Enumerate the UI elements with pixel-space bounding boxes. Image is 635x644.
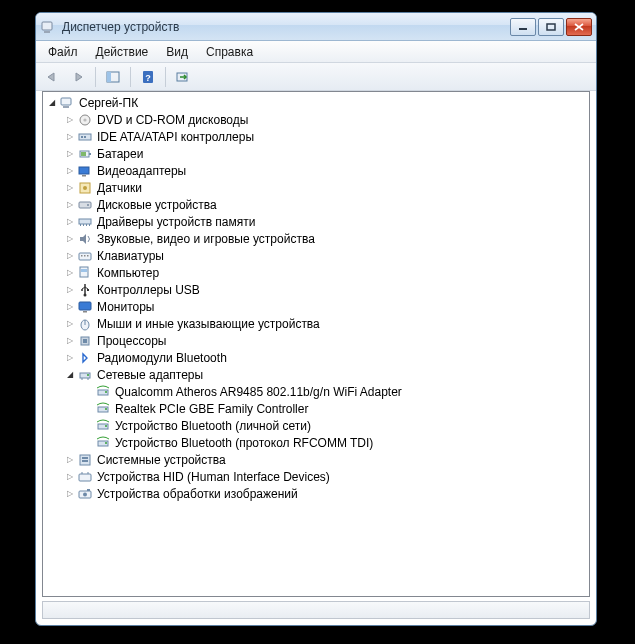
system-icon bbox=[77, 452, 93, 468]
tree-node-label: Сергей-ПК bbox=[78, 96, 138, 110]
expand-icon[interactable]: ▷ bbox=[63, 251, 77, 260]
tree-node-label: Realtek PCIe GBE Family Controller bbox=[114, 402, 308, 416]
svg-rect-1 bbox=[44, 31, 50, 33]
close-button[interactable] bbox=[566, 18, 592, 36]
scan-hardware-button[interactable] bbox=[171, 66, 195, 88]
tree-node-label: Устройство Bluetooth (личной сети) bbox=[114, 419, 311, 433]
svg-rect-27 bbox=[83, 224, 84, 226]
tree-node-label: Устройство Bluetooth (протокол RFCOMM TD… bbox=[114, 436, 373, 450]
tree-category-10[interactable]: ▷Контроллеры USB bbox=[45, 281, 589, 298]
sensor-icon bbox=[77, 180, 93, 196]
tree-category-17[interactable]: ▷Устройства HID (Human Interface Devices… bbox=[45, 468, 589, 485]
tree-device-15-1[interactable]: Realtek PCIe GBE Family Controller bbox=[45, 400, 589, 417]
collapse-icon[interactable]: ◢ bbox=[45, 98, 59, 107]
tree-node-label: Драйверы устройств памяти bbox=[96, 215, 255, 229]
svg-rect-28 bbox=[86, 224, 87, 226]
svg-rect-2 bbox=[519, 28, 527, 30]
tree-category-6[interactable]: ▷Драйверы устройств памяти bbox=[45, 213, 589, 230]
hid-icon bbox=[77, 469, 93, 485]
svg-rect-5 bbox=[107, 72, 111, 82]
net-device-icon bbox=[95, 418, 111, 434]
tree-category-1[interactable]: ▷IDE ATA/ATAPI контроллеры bbox=[45, 128, 589, 145]
tree-category-13[interactable]: ▷Процессоры bbox=[45, 332, 589, 349]
svg-point-49 bbox=[105, 408, 107, 410]
menu-view[interactable]: Вид bbox=[158, 43, 196, 61]
expand-icon[interactable]: ▷ bbox=[63, 166, 77, 175]
tree-category-16[interactable]: ▷Системные устройства bbox=[45, 451, 589, 468]
tree-category-2[interactable]: ▷Батареи bbox=[45, 145, 589, 162]
tree-device-15-2[interactable]: Устройство Bluetooth (личной сети) bbox=[45, 417, 589, 434]
svg-rect-40 bbox=[83, 311, 87, 313]
expand-icon[interactable]: ▷ bbox=[63, 319, 77, 328]
tree-category-4[interactable]: ▷Датчики bbox=[45, 179, 589, 196]
titlebar[interactable]: Диспетчер устройств bbox=[36, 13, 596, 41]
tree-category-15[interactable]: ◢Сетевые адаптеры bbox=[45, 366, 589, 383]
tree-category-18[interactable]: ▷Устройства обработки изображений bbox=[45, 485, 589, 502]
tree-category-3[interactable]: ▷Видеоадаптеры bbox=[45, 162, 589, 179]
computer-icon bbox=[59, 95, 75, 111]
expand-icon[interactable]: ▷ bbox=[63, 234, 77, 243]
tree-category-5[interactable]: ▷Дисковые устройства bbox=[45, 196, 589, 213]
expand-icon[interactable]: ▷ bbox=[63, 455, 77, 464]
svg-rect-18 bbox=[81, 152, 86, 156]
device-manager-window: Диспетчер устройств Файл Действие Вид Сп… bbox=[35, 12, 597, 626]
tree-category-9[interactable]: ▷Компьютер bbox=[45, 264, 589, 281]
tree-category-12[interactable]: ▷Мыши и иные указывающие устройства bbox=[45, 315, 589, 332]
svg-rect-20 bbox=[82, 175, 86, 177]
tree-category-7[interactable]: ▷Звуковые, видео и игровые устройства bbox=[45, 230, 589, 247]
tree-category-14[interactable]: ▷Радиомодули Bluetooth bbox=[45, 349, 589, 366]
tree-category-0[interactable]: ▷DVD и CD-ROM дисководы bbox=[45, 111, 589, 128]
tree-node-label: Радиомодули Bluetooth bbox=[96, 351, 227, 365]
tree-device-15-3[interactable]: Устройство Bluetooth (протокол RFCOMM TD… bbox=[45, 434, 589, 451]
svg-rect-35 bbox=[81, 269, 87, 272]
device-tree[interactable]: ◢Сергей-ПК▷DVD и CD-ROM дисководы▷IDE AT… bbox=[42, 91, 590, 597]
menubar: Файл Действие Вид Справка bbox=[36, 41, 596, 63]
back-button[interactable] bbox=[40, 66, 64, 88]
expand-icon[interactable]: ▷ bbox=[63, 472, 77, 481]
app-icon bbox=[40, 19, 56, 35]
expand-icon[interactable]: ▷ bbox=[63, 200, 77, 209]
expand-icon[interactable]: ▷ bbox=[63, 132, 77, 141]
tree-node-label: Компьютер bbox=[96, 266, 159, 280]
svg-rect-10 bbox=[63, 106, 69, 108]
svg-rect-60 bbox=[87, 489, 90, 491]
minimize-button[interactable] bbox=[510, 18, 536, 36]
tree-node-label: Контроллеры USB bbox=[96, 283, 200, 297]
tree-node-label: Видеоадаптеры bbox=[96, 164, 186, 178]
net-device-icon bbox=[95, 401, 111, 417]
expand-icon[interactable]: ▷ bbox=[63, 353, 77, 362]
expand-icon[interactable]: ▷ bbox=[63, 183, 77, 192]
imaging-icon bbox=[77, 486, 93, 502]
tree-root-node[interactable]: ◢Сергей-ПК bbox=[45, 94, 589, 111]
menu-action[interactable]: Действие bbox=[88, 43, 157, 61]
expand-icon[interactable]: ▷ bbox=[63, 115, 77, 124]
svg-rect-38 bbox=[87, 289, 89, 291]
disk-icon bbox=[77, 197, 93, 213]
expand-icon[interactable]: ▷ bbox=[63, 217, 77, 226]
expand-icon[interactable]: ▷ bbox=[63, 336, 77, 345]
display-adapter-icon bbox=[77, 163, 93, 179]
forward-button[interactable] bbox=[66, 66, 90, 88]
svg-text:?: ? bbox=[145, 73, 151, 83]
show-hide-console-tree-button[interactable] bbox=[101, 66, 125, 88]
tree-device-15-0[interactable]: Qualcomm Atheros AR9485 802.11b/g/n WiFi… bbox=[45, 383, 589, 400]
collapse-icon[interactable]: ◢ bbox=[63, 370, 77, 379]
svg-rect-29 bbox=[89, 224, 90, 226]
menu-help[interactable]: Справка bbox=[198, 43, 261, 61]
computer-cat-icon bbox=[77, 265, 93, 281]
tree-category-8[interactable]: ▷Клавиатуры bbox=[45, 247, 589, 264]
menu-file[interactable]: Файл bbox=[40, 43, 86, 61]
tree-node-label: Звуковые, видео и игровые устройства bbox=[96, 232, 315, 246]
expand-icon[interactable]: ▷ bbox=[63, 149, 77, 158]
tree-category-11[interactable]: ▷Мониторы bbox=[45, 298, 589, 315]
help-button[interactable]: ? bbox=[136, 66, 160, 88]
controller-icon bbox=[77, 129, 93, 145]
expand-icon[interactable]: ▷ bbox=[63, 489, 77, 498]
expand-icon[interactable]: ▷ bbox=[63, 302, 77, 311]
expand-icon[interactable]: ▷ bbox=[63, 268, 77, 277]
maximize-button[interactable] bbox=[538, 18, 564, 36]
svg-point-47 bbox=[105, 391, 107, 393]
expand-icon[interactable]: ▷ bbox=[63, 285, 77, 294]
svg-point-51 bbox=[105, 425, 107, 427]
svg-point-22 bbox=[83, 186, 87, 190]
